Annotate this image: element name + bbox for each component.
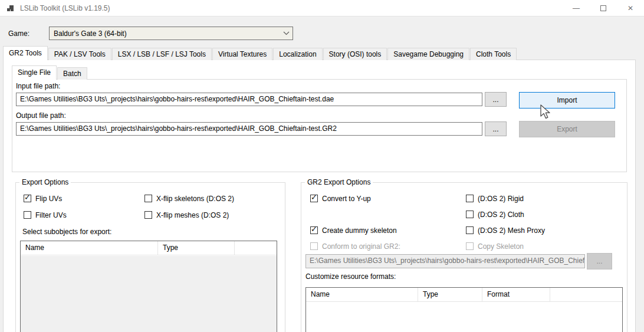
column-header-name[interactable]: Name [306, 288, 418, 302]
checkbox-box [310, 242, 318, 250]
chevron-down-icon [280, 31, 293, 35]
dos2-mesh-proxy-checkbox[interactable]: (D:OS 2) Mesh Proxy [466, 226, 545, 235]
close-button[interactable]: ✕ [617, 0, 644, 17]
subobjects-label: Select subobjects for export: [22, 228, 111, 236]
resource-formats-table-body[interactable] [306, 303, 622, 332]
dos2-rigid-checkbox[interactable]: (D:OS 2) Rigid [466, 194, 524, 203]
column-header-format[interactable]: Format [482, 288, 550, 302]
checkbox-box: ✓ [310, 226, 318, 234]
minimize-button[interactable]: — [563, 0, 590, 17]
tab-single-file[interactable]: Single File [12, 65, 57, 80]
mouse-cursor-icon [540, 104, 551, 120]
column-header-type[interactable]: Type [418, 288, 482, 302]
tab-gr2-tools[interactable]: GR2 Tools [3, 46, 48, 60]
subobjects-table-body[interactable] [21, 256, 277, 332]
checkmark-icon: ✓ [24, 193, 31, 202]
tab-cloth-tools[interactable]: Cloth Tools [470, 48, 517, 60]
column-header-name[interactable]: Name [21, 241, 158, 255]
app-icon [6, 4, 15, 13]
checkbox-box [466, 226, 474, 234]
close-icon: ✕ [627, 4, 633, 12]
customize-resource-formats-label: Customize resource formats: [305, 272, 396, 281]
checkbox-box: ✓ [310, 195, 318, 202]
xflip-meshes-checkbox[interactable]: X-flip meshes (D:OS 2) [144, 211, 229, 219]
resource-formats-table-header: Name Type Format [306, 288, 622, 302]
input-file-path-label: Input file path: [16, 82, 60, 91]
maximize-icon [600, 5, 606, 11]
game-label: Game: [8, 27, 29, 40]
tab-story-osi-tools[interactable]: Story (OSI) tools [323, 48, 387, 60]
output-file-path-field[interactable]: E:\Games Utilities\BG3 Uts\_projects\hai… [16, 122, 482, 136]
tab-pak-lsv-tools[interactable]: PAK / LSV Tools [48, 48, 111, 60]
import-button[interactable]: Import [519, 92, 615, 109]
maximize-button[interactable] [590, 0, 617, 17]
subobjects-table[interactable]: Name Type [20, 241, 277, 332]
export-options-title: Export Options [19, 178, 71, 186]
gr2-export-options-title: GR2 Export Options [305, 178, 373, 186]
column-header-spacer [550, 288, 622, 302]
dos2-cloth-checkbox[interactable]: (D:OS 2) Cloth [466, 210, 524, 219]
lslib-toolkit-window: LSLib Toolkit (LSLib v1.19.5) — ✕ Game: … [0, 0, 644, 332]
game-select[interactable]: Baldur's Gate 3 (64-bit) [49, 27, 293, 40]
resource-formats-table[interactable]: Name Type Format [305, 287, 623, 332]
checkmark-icon: ✓ [311, 193, 317, 202]
subobjects-table-header: Name Type [21, 241, 277, 255]
copy-skeleton-checkbox[interactable]: Copy Skeleton [466, 242, 524, 251]
tab-localization[interactable]: Localization [273, 48, 322, 60]
filter-uvs-checkbox[interactable]: Filter UVs [24, 211, 67, 219]
checkmark-icon: ✓ [311, 225, 317, 234]
checkbox-box [466, 195, 474, 202]
checkbox-box [466, 211, 474, 218]
window-title: LSLib Toolkit (LSLib v1.19.5) [20, 4, 110, 12]
file-mode-tabstrip: Single File Batch [12, 65, 88, 80]
checkbox-box [466, 242, 474, 250]
tab-batch[interactable]: Batch [57, 67, 87, 80]
checkbox-box [144, 195, 152, 202]
output-file-path-label: Output file path: [16, 111, 66, 120]
checkbox-box [144, 211, 152, 219]
checkbox-box: ✓ [24, 195, 31, 202]
flip-uvs-checkbox[interactable]: ✓ Flip UVs [24, 194, 62, 203]
titlebar: LSLib Toolkit (LSLib v1.19.5) — ✕ [0, 0, 644, 17]
checkbox-box [24, 211, 31, 219]
output-browse-button[interactable]: ... [485, 121, 507, 136]
conform-to-original-gr2-checkbox[interactable]: Conform to original GR2: [310, 242, 400, 251]
column-header-spacer [235, 241, 277, 255]
tab-virtual-textures[interactable]: Virtual Textures [212, 48, 272, 60]
xflip-skeletons-checkbox[interactable]: X-flip skeletons (D:OS 2) [144, 194, 234, 203]
tab-savegame-debugging[interactable]: Savegame Debugging [387, 48, 469, 60]
input-browse-button[interactable]: ... [485, 92, 507, 107]
input-file-path-field[interactable]: E:\Games Utilities\BG3 Uts\_projects\hai… [16, 93, 482, 106]
create-dummy-skeleton-checkbox[interactable]: ✓ Create dummy skeleton [310, 226, 397, 235]
column-header-type[interactable]: Type [158, 241, 235, 255]
convert-to-yup-checkbox[interactable]: ✓ Convert to Y-up [310, 194, 371, 203]
game-selected-value: Baldur's Gate 3 (64-bit) [50, 29, 280, 38]
conform-gr2-path-field[interactable]: E:\Games Utilities\BG3 Uts\_projects\hai… [305, 254, 585, 268]
export-button[interactable]: Export [519, 121, 615, 137]
tab-lsx-lsb-lsf-lsj-tools[interactable]: LSX / LSB / LSF / LSJ Tools [112, 48, 212, 60]
minimize-icon: — [573, 5, 580, 11]
conform-browse-button[interactable]: ... [587, 253, 612, 269]
main-tabstrip: GR2 Tools PAK / LSV Tools LSX / LSB / LS… [3, 46, 517, 60]
